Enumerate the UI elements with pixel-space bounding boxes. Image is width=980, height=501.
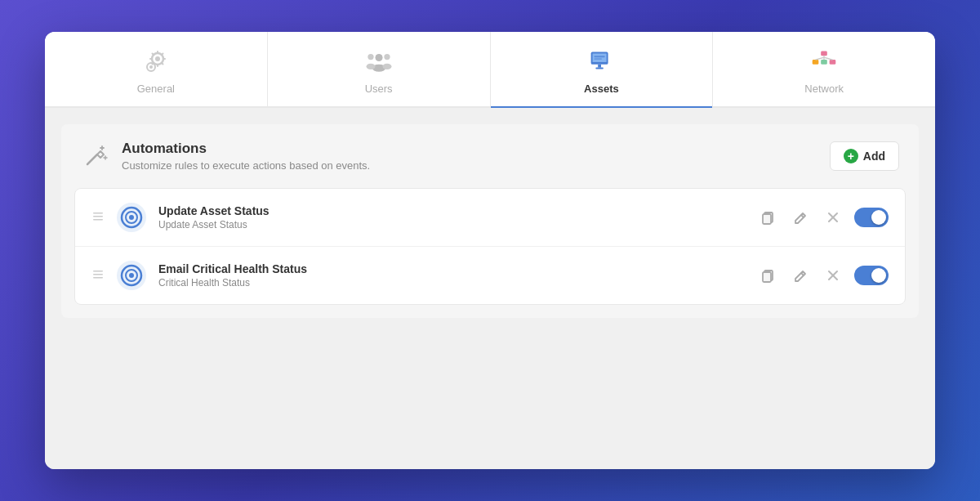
copy-button-2[interactable] [756, 264, 779, 287]
drag-handle-icon-2[interactable] [91, 268, 105, 284]
tab-network[interactable]: Network [713, 32, 935, 106]
automations-header: Automations Customize rules to execute a… [61, 124, 919, 188]
svg-rect-31 [93, 219, 103, 221]
svg-rect-16 [821, 51, 827, 56]
tab-general[interactable]: General [45, 32, 268, 106]
toggle-2[interactable] [854, 266, 889, 285]
svg-rect-11 [593, 53, 607, 61]
svg-point-3 [149, 65, 153, 69]
svg-rect-43 [93, 277, 103, 279]
tab-general-label: General [137, 83, 175, 95]
row-actions-1 [756, 206, 889, 229]
svg-rect-17 [813, 60, 819, 65]
automations-card: Automations Customize rules to execute a… [61, 124, 919, 318]
svg-point-47 [129, 273, 134, 278]
svg-line-22 [824, 57, 832, 60]
automation-info-1: Update Asset Status Update Asset Status [158, 204, 745, 230]
tab-users[interactable]: Users [268, 32, 491, 106]
svg-rect-37 [763, 214, 771, 224]
svg-rect-12 [599, 65, 602, 68]
general-icon [140, 47, 172, 76]
tab-assets-label: Assets [584, 83, 619, 95]
tab-network-label: Network [804, 83, 844, 95]
svg-line-38 [801, 215, 804, 217]
svg-rect-18 [821, 60, 827, 65]
svg-rect-14 [595, 56, 605, 57]
automation-desc-2: Critical Health Status [158, 277, 745, 289]
svg-point-8 [368, 54, 373, 60]
svg-rect-41 [93, 271, 103, 272]
automation-row-2: Email Critical Health Status Critical He… [75, 247, 905, 304]
svg-point-1 [155, 56, 160, 61]
automation-name-2: Email Critical Health Status [158, 262, 745, 275]
svg-line-21 [816, 57, 824, 60]
network-icon [808, 47, 840, 76]
svg-rect-15 [595, 58, 603, 60]
tab-assets[interactable]: Assets [491, 32, 714, 106]
svg-rect-42 [93, 274, 103, 275]
automations-section-icon [81, 141, 110, 171]
delete-button-1[interactable] [822, 206, 844, 229]
svg-rect-19 [830, 60, 836, 65]
svg-point-6 [384, 54, 390, 60]
svg-line-23 [87, 154, 97, 164]
svg-rect-49 [763, 272, 771, 282]
automation-row: Update Asset Status Update Asset Status [75, 189, 905, 247]
add-automation-button[interactable]: + Add [830, 141, 899, 171]
tab-users-label: Users [365, 83, 393, 95]
edit-button-2[interactable] [789, 264, 812, 287]
content-area: Automations Customize rules to execute a… [45, 108, 935, 469]
automation-name-1: Update Asset Status [158, 204, 745, 217]
svg-marker-24 [97, 151, 104, 158]
automations-subtitle: Customize rules to execute actions based… [122, 159, 830, 172]
drag-handle-icon[interactable] [91, 210, 105, 226]
assets-icon [585, 47, 617, 76]
row-actions-2 [756, 264, 889, 287]
svg-point-4 [375, 54, 382, 61]
add-icon: + [844, 149, 858, 163]
automations-list: Update Asset Status Update Asset Status [74, 188, 906, 305]
automations-text-block: Automations Customize rules to execute a… [122, 141, 830, 172]
automation-icon-1 [116, 202, 147, 233]
automations-title: Automations [122, 141, 830, 157]
toggle-1[interactable] [854, 208, 889, 227]
svg-point-7 [382, 64, 391, 69]
users-icon [363, 47, 395, 76]
svg-point-9 [366, 64, 375, 69]
automation-desc-1: Update Asset Status [158, 219, 745, 230]
svg-point-35 [129, 215, 134, 220]
delete-button-2[interactable] [822, 264, 844, 287]
add-button-label: Add [863, 150, 885, 163]
svg-line-50 [801, 273, 804, 275]
svg-rect-30 [93, 216, 103, 217]
main-window: General Users [45, 32, 935, 469]
automation-info-2: Email Critical Health Status Critical He… [158, 262, 745, 289]
svg-rect-13 [596, 68, 604, 69]
copy-button-1[interactable] [756, 206, 779, 229]
svg-rect-29 [93, 212, 103, 214]
edit-button-1[interactable] [789, 206, 812, 229]
automation-icon-2 [116, 260, 147, 291]
tab-bar: General Users [45, 32, 935, 108]
